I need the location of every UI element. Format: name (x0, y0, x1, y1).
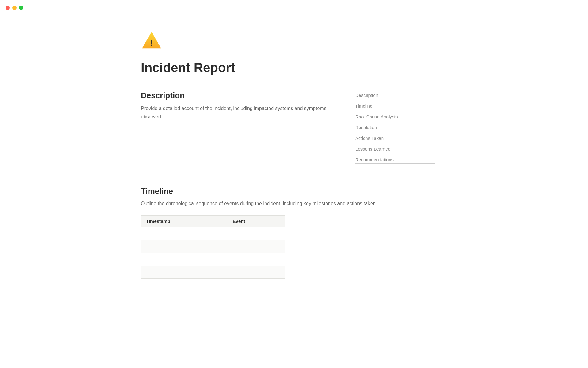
timestamp-column-header: Timestamp (141, 215, 228, 227)
toc-item-lessons-learned[interactable]: Lessons Learned (355, 146, 435, 152)
timestamp-cell (141, 253, 228, 266)
table-row (141, 253, 285, 266)
minimize-button[interactable] (12, 6, 17, 10)
timeline-section: Timeline Outline the chronological seque… (141, 186, 447, 278)
event-cell (228, 266, 285, 278)
toc-item-actions-taken[interactable]: Actions Taken (355, 135, 435, 141)
svg-text:!: ! (150, 39, 153, 48)
table-row (141, 240, 285, 253)
toc-item-timeline[interactable]: Timeline (355, 103, 435, 109)
warning-icon-container: ! (141, 31, 447, 51)
event-cell (228, 240, 285, 253)
maximize-button[interactable] (19, 6, 23, 10)
toc-item-description[interactable]: Description (355, 92, 435, 98)
timestamp-cell (141, 240, 228, 253)
table-row (141, 227, 285, 240)
table-row (141, 266, 285, 278)
timestamp-cell (141, 266, 228, 278)
toc-item-root-cause[interactable]: Root Cause Analysis (355, 113, 435, 120)
toc-item-resolution[interactable]: Resolution (355, 124, 435, 131)
toc-item-recommendations[interactable]: Recommendations (355, 156, 435, 164)
event-cell (228, 227, 285, 240)
description-section: Description Provide a detailed account o… (141, 91, 447, 168)
table-of-contents: Description Timeline Root Cause Analysis… (355, 91, 435, 168)
description-left: Description Provide a detailed account o… (141, 91, 331, 121)
traffic-lights (0, 0, 29, 15)
page-title: Incident Report (141, 60, 447, 75)
event-cell (228, 253, 285, 266)
main-content: ! Incident Report Description Provide a … (129, 0, 459, 322)
timeline-heading: Timeline (141, 186, 447, 196)
timeline-body: Outline the chronological sequence of ev… (141, 200, 447, 208)
warning-icon: ! (141, 31, 162, 50)
description-heading: Description (141, 91, 331, 100)
event-column-header: Event (228, 215, 285, 227)
close-button[interactable] (6, 6, 10, 10)
description-body: Provide a detailed account of the incide… (141, 105, 331, 121)
timeline-table: Timestamp Event (141, 215, 285, 279)
timestamp-cell (141, 227, 228, 240)
